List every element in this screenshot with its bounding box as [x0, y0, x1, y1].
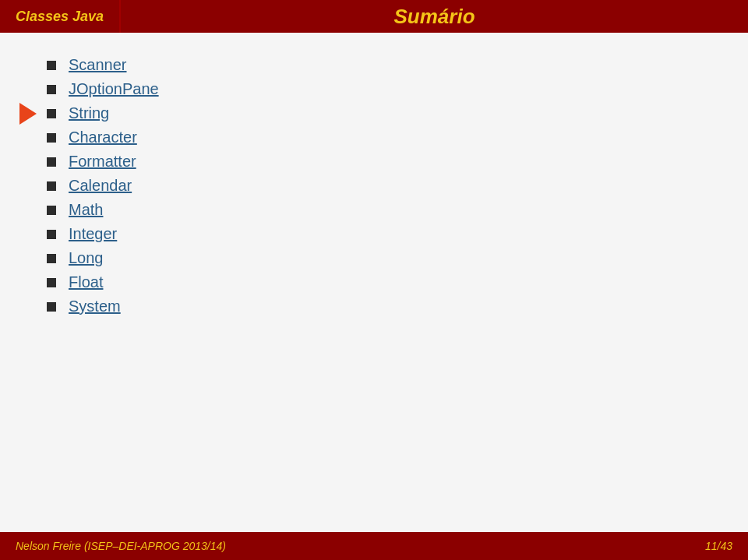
link-math[interactable]: Math: [69, 201, 103, 219]
list-item: Scanner: [47, 56, 701, 74]
bullet-icon: [47, 61, 56, 70]
footer-bar: Nelson Freire (ISEP–DEI-APROG 2013/14) 1…: [0, 532, 748, 560]
link-formatter[interactable]: Formatter: [69, 153, 136, 171]
bullet-icon: [47, 230, 56, 239]
bullet-icon: [47, 302, 56, 312]
bullet-icon: [47, 133, 56, 143]
list-item: Character: [47, 129, 701, 146]
link-long[interactable]: Long: [69, 249, 104, 267]
link-joptionpane[interactable]: JOptionPane: [69, 80, 159, 98]
main-content: ScannerJOptionPaneStringCharacterFormatt…: [0, 33, 748, 337]
list-container: ScannerJOptionPaneStringCharacterFormatt…: [47, 56, 701, 315]
link-system[interactable]: System: [69, 298, 121, 315]
list-item: Math: [47, 201, 701, 219]
bullet-icon: [47, 157, 56, 167]
link-scanner[interactable]: Scanner: [69, 56, 127, 74]
header-left-title: Classes Java: [16, 9, 104, 25]
list-item: System: [47, 298, 701, 315]
link-float[interactable]: Float: [69, 273, 103, 291]
link-calendar[interactable]: Calendar: [69, 177, 132, 195]
list-item: Long: [47, 249, 701, 267]
list-item: Calendar: [47, 177, 701, 195]
header-main-title: Sumário: [394, 5, 475, 29]
current-arrow-icon: [19, 103, 37, 125]
footer-left-text: Nelson Freire (ISEP–DEI-APROG 2013/14): [16, 540, 226, 552]
bullet-icon: [47, 278, 56, 287]
link-integer[interactable]: Integer: [69, 225, 117, 243]
list-item: String: [47, 104, 701, 122]
bullet-icon: [47, 109, 56, 118]
header-left: Classes Java: [0, 0, 121, 33]
list-item: Float: [47, 273, 701, 291]
header-center: Sumário: [121, 5, 748, 29]
link-string[interactable]: String: [69, 104, 109, 122]
bullet-icon: [47, 85, 56, 94]
footer-right-text: 11/43: [705, 540, 732, 552]
link-character[interactable]: Character: [69, 129, 137, 146]
bullet-icon: [47, 181, 56, 191]
list-item: Integer: [47, 225, 701, 243]
list-item: Formatter: [47, 153, 701, 171]
list-item: JOptionPane: [47, 80, 701, 98]
header-bar: Classes Java Sumário: [0, 0, 748, 33]
bullet-icon: [47, 254, 56, 263]
bullet-icon: [47, 206, 56, 215]
